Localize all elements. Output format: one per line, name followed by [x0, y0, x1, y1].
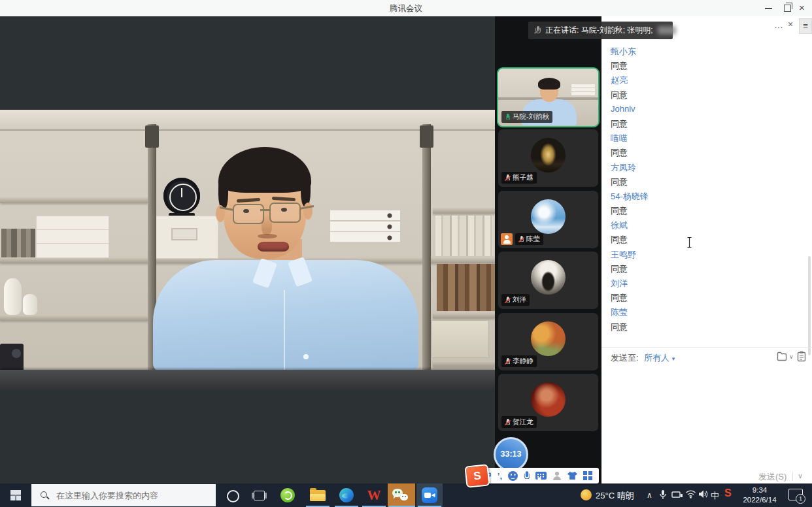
ime-punctuation-toggle[interactable]: ’,: [498, 471, 502, 481]
tray-device-icon[interactable]: [671, 491, 683, 499]
keyboard-icon[interactable]: [535, 472, 547, 480]
participant-label: 李静静: [501, 355, 537, 367]
ime-toolbox-icon[interactable]: [583, 471, 587, 475]
participant-tile[interactable]: 熊子越: [498, 129, 598, 187]
speaking-banner: 正在讲话: 马院-刘韵秋; 张明明;: [528, 22, 673, 39]
chat-sender[interactable]: 刘洋: [611, 278, 794, 292]
participant-tile[interactable]: 刘洋: [498, 252, 598, 309]
glasses-lens: [269, 203, 301, 223]
file-send-icon[interactable]: [777, 351, 788, 361]
chat-message-text: 同意: [611, 176, 794, 191]
participant-tile[interactable]: 李静静: [498, 313, 598, 370]
close-chat-icon[interactable]: ×: [788, 19, 793, 29]
taskbar-app-edge[interactable]: [333, 483, 360, 507]
chat-sender[interactable]: 方凤玲: [611, 162, 794, 176]
participant-name: 马院-刘韵秋: [513, 112, 549, 122]
storage-boxes: [36, 216, 109, 258]
ime-voice-icon[interactable]: [524, 471, 530, 480]
taskbar-app-explorer[interactable]: [305, 483, 331, 507]
minimize-icon[interactable]: [765, 8, 772, 9]
task-view-icon[interactable]: [254, 491, 265, 500]
mic-on-icon: [505, 113, 511, 120]
speaker-mouth: [258, 242, 289, 252]
participant-tile[interactable]: 陈莹: [498, 191, 598, 248]
tray-wifi-icon[interactable]: [685, 489, 696, 499]
participant-label: 陈莹: [515, 233, 543, 245]
tray-sogou-icon[interactable]: S: [724, 487, 732, 499]
more-icon[interactable]: …: [774, 20, 783, 30]
chat-message-text: 同意: [611, 234, 794, 248]
avatar: [531, 260, 566, 295]
participant-tile-active[interactable]: 马院-刘韵秋: [498, 69, 598, 126]
file-send-chevron-icon[interactable]: ∨: [789, 353, 794, 360]
send-to-dropdown[interactable]: 所有人 ▾: [644, 352, 675, 364]
vase: [4, 278, 22, 315]
meeting-timer[interactable]: 33:13: [494, 437, 528, 472]
mic-muted-icon: [519, 235, 524, 242]
screenshot-icon[interactable]: [797, 351, 806, 362]
ime-skin-icon[interactable]: [567, 472, 577, 480]
speaker-shirt: [153, 260, 418, 372]
chat-sender[interactable]: 徐斌: [611, 220, 794, 234]
tray-language-indicator[interactable]: 中: [711, 490, 719, 502]
taskbar-search[interactable]: [31, 484, 216, 506]
chat-sender[interactable]: 赵亮: [611, 74, 794, 89]
sogou-logo[interactable]: S: [464, 464, 490, 488]
chevron-down-icon: ▾: [672, 355, 675, 362]
desk: [0, 370, 495, 390]
action-center-icon[interactable]: 1: [788, 489, 803, 500]
storage-box: [431, 320, 489, 358]
cortana-icon[interactable]: [227, 490, 239, 502]
restore-icon[interactable]: [784, 5, 791, 12]
main-video[interactable]: 马院-刘韵秋: [0, 16, 495, 483]
chat-message-text: 同意: [611, 292, 794, 306]
browser-icon: [280, 488, 295, 502]
menu-icon[interactable]: ≡: [799, 18, 812, 34]
tray-clock[interactable]: 9:34 2022/6/14: [739, 485, 781, 505]
taskbar-app-wechat[interactable]: [388, 483, 415, 507]
chat-message-text: 同意: [611, 118, 794, 133]
edge-icon: [339, 488, 354, 502]
chat-message-text: 同意: [611, 147, 794, 161]
send-to-value: 所有人: [644, 353, 669, 363]
chat-scrollbar[interactable]: [808, 256, 811, 355]
text-cursor: [686, 237, 693, 248]
chat-sender[interactable]: 王鸣野: [611, 249, 794, 263]
send-separator: [792, 472, 793, 481]
send-options-chevron-icon[interactable]: ∨: [798, 472, 803, 480]
chat-sender[interactable]: 54-杨晓锋: [611, 191, 794, 205]
tray-volume-icon[interactable]: [698, 489, 709, 499]
close-icon[interactable]: ×: [799, 2, 805, 13]
weather-text[interactable]: 25°C 晴朗: [596, 490, 634, 502]
send-button[interactable]: 发送(S): [758, 471, 787, 483]
vase: [23, 294, 37, 315]
participant-tile[interactable]: 贺江龙: [498, 374, 598, 431]
emoji-icon[interactable]: [508, 471, 518, 481]
chat-sender[interactable]: 喵喵: [611, 133, 794, 147]
glasses-bridge: [260, 209, 271, 211]
chat-sender[interactable]: Johnlv: [611, 104, 794, 118]
taskbar-app-browser[interactable]: [275, 483, 301, 507]
tencent-meeting-window: 腾讯会议 ×: [0, 0, 812, 507]
ime-account-icon[interactable]: [552, 472, 562, 480]
shelf-board: [0, 197, 148, 203]
shelf-board: [433, 361, 495, 367]
avatar: [531, 321, 566, 356]
start-button[interactable]: [0, 483, 31, 507]
speaker-hair: [218, 147, 311, 193]
tray-date-value: 2022/6/14: [739, 495, 781, 505]
taskbar-app-meeting[interactable]: [416, 483, 443, 507]
participant-label: 熊子越: [501, 172, 537, 184]
chat-message-list[interactable]: 甄小东 同意 赵亮 同意 Johnlv 同意 喵喵 同意 方凤玲 同意 54-杨…: [611, 46, 794, 336]
search-input[interactable]: [55, 490, 208, 501]
tray-mic-icon[interactable]: [659, 489, 667, 500]
taskbar-app-wps[interactable]: W: [361, 483, 387, 507]
chat-sender[interactable]: 陈莹: [611, 306, 794, 321]
chat-input[interactable]: [607, 367, 805, 466]
tray-expand-icon[interactable]: ∧: [647, 491, 652, 500]
drawer-box: [149, 216, 218, 259]
chat-sender[interactable]: 甄小东: [611, 46, 794, 60]
speaker-hair: [301, 170, 311, 206]
mini-hair: [538, 78, 560, 90]
weather-sun-icon[interactable]: [581, 489, 592, 500]
